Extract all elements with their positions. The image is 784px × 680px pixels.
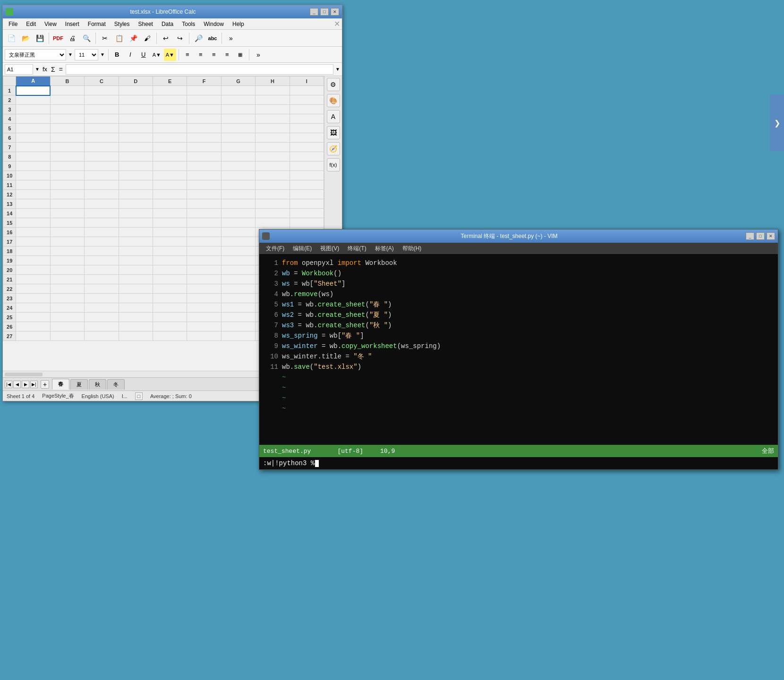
cell-E27[interactable] [153,332,187,341]
cell-B5[interactable] [50,124,84,133]
cell-E26[interactable] [153,322,187,332]
align-center-button[interactable]: ≡ [195,49,207,61]
cell-B2[interactable] [50,95,84,105]
cell-G8[interactable] [221,152,255,162]
cell-H15[interactable] [256,218,290,228]
formula-dropdown-btn[interactable]: ▼ [35,67,40,72]
cell-D22[interactable] [119,284,153,294]
cell-C16[interactable] [85,228,119,237]
cell-F23[interactable] [187,294,221,303]
cell-D11[interactable] [119,180,153,190]
cell-E23[interactable] [153,294,187,303]
cell-G2[interactable] [221,95,255,105]
properties-icon[interactable]: ⚙ [327,78,340,91]
cell-D4[interactable] [119,114,153,124]
cell-A10[interactable] [16,171,50,180]
menu-file[interactable]: File [5,20,21,28]
font-color-button[interactable]: A▼ [151,49,163,61]
cell-B27[interactable] [50,332,84,341]
cell-B10[interactable] [50,171,84,180]
cell-reference-input[interactable] [5,64,33,75]
calc-maximize-button[interactable]: □ [320,8,329,16]
cell-B19[interactable] [50,256,84,265]
cell-D1[interactable] [119,86,153,95]
cell-A2[interactable] [16,95,50,105]
align-right-button[interactable]: ≡ [208,49,220,61]
cell-E4[interactable] [153,114,187,124]
cell-F10[interactable] [187,171,221,180]
cell-A12[interactable] [16,190,50,199]
cell-G25[interactable] [221,313,255,322]
cell-F4[interactable] [187,114,221,124]
cell-F6[interactable] [187,133,221,143]
cell-C22[interactable] [85,284,119,294]
cell-F13[interactable] [187,199,221,209]
cut-button[interactable]: ✂ [98,32,111,45]
cell-B4[interactable] [50,114,84,124]
cell-G13[interactable] [221,199,255,209]
menu-format[interactable]: Format [84,20,110,28]
col-header-d[interactable]: D [119,76,153,86]
highlight-button[interactable]: A▼ [164,49,176,61]
cell-E7[interactable] [153,143,187,152]
tab-next-button[interactable]: ▶ [22,381,29,388]
cell-I4[interactable] [290,114,324,124]
preview-button[interactable]: 🔍 [80,32,93,45]
cell-C23[interactable] [85,294,119,303]
cell-C10[interactable] [85,171,119,180]
font-size-select[interactable]: 11 [75,49,98,60]
cell-C26[interactable] [85,322,119,332]
cell-A19[interactable] [16,256,50,265]
cell-H1[interactable] [256,86,290,95]
cell-B6[interactable] [50,133,84,143]
cell-F12[interactable] [187,190,221,199]
cell-F19[interactable] [187,256,221,265]
menu-help[interactable]: Help [229,20,248,28]
term-menu-file[interactable]: 文件(F) [262,244,288,254]
cell-D12[interactable] [119,190,153,199]
cell-H13[interactable] [256,199,290,209]
cell-C25[interactable] [85,313,119,322]
cell-E14[interactable] [153,209,187,218]
cell-G26[interactable] [221,322,255,332]
cell-E10[interactable] [153,171,187,180]
term-menu-tabs[interactable]: 标签(A) [371,244,398,254]
cell-A3[interactable] [16,105,50,114]
cell-G22[interactable] [221,284,255,294]
cell-G17[interactable] [221,237,255,246]
cell-B16[interactable] [50,228,84,237]
cell-D18[interactable] [119,246,153,256]
cell-A23[interactable] [16,294,50,303]
cell-D13[interactable] [119,199,153,209]
cell-G11[interactable] [221,180,255,190]
cell-E17[interactable] [153,237,187,246]
cell-F5[interactable] [187,124,221,133]
italic-button[interactable]: I [124,49,136,61]
cell-A16[interactable] [16,228,50,237]
tab-last-button[interactable]: ▶| [30,381,38,388]
cell-A9[interactable] [16,162,50,171]
sheet-tab-autumn[interactable]: 秋 [89,379,106,390]
cell-F20[interactable] [187,265,221,275]
cell-G6[interactable] [221,133,255,143]
cell-D9[interactable] [119,162,153,171]
cell-B7[interactable] [50,143,84,152]
tab-first-button[interactable]: |◀ [5,381,12,388]
col-header-i[interactable]: I [290,76,324,86]
cell-D19[interactable] [119,256,153,265]
cell-A22[interactable] [16,284,50,294]
bold-button[interactable]: B [111,49,123,61]
gallery-icon[interactable]: 🖼 [327,126,340,139]
cell-D24[interactable] [119,303,153,313]
align-left-button[interactable]: ≡ [181,49,194,61]
menu-data[interactable]: Data [158,20,177,28]
cell-F14[interactable] [187,209,221,218]
cell-F3[interactable] [187,105,221,114]
cell-E19[interactable] [153,256,187,265]
navigator-icon[interactable]: 🧭 [327,142,340,155]
cell-G3[interactable] [221,105,255,114]
term-menu-edit[interactable]: 编辑(E) [289,244,315,254]
pdf-button[interactable]: PDF [51,32,65,45]
cell-H5[interactable] [256,124,290,133]
cell-I15[interactable] [290,218,324,228]
